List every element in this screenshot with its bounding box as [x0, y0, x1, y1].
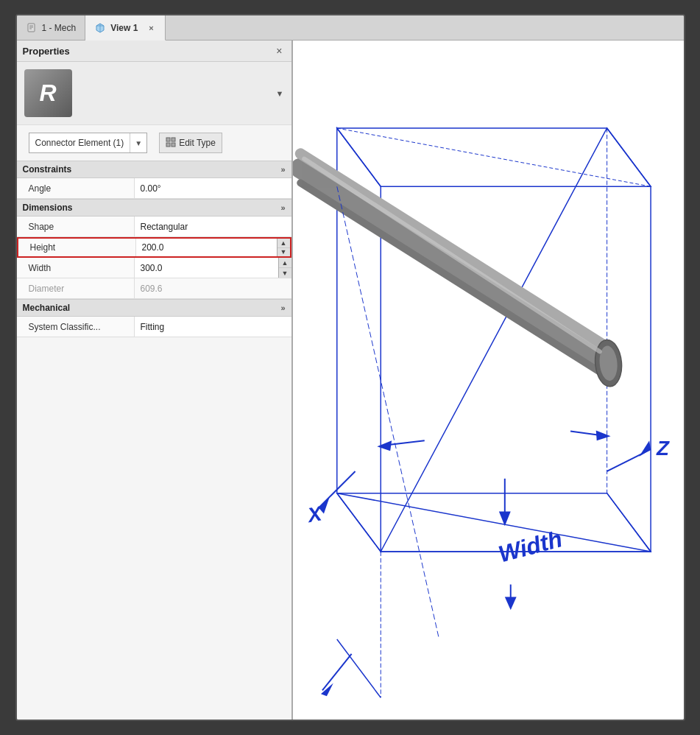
property-system-value: Fitting: [135, 317, 291, 337]
section-mechanical[interactable]: Mechanical »: [17, 299, 291, 317]
svg-line-24: [607, 493, 650, 552]
drawing-svg: X Z Width: [293, 41, 684, 720]
svg-text:Z: Z: [656, 437, 670, 460]
property-width-label: Width: [17, 258, 135, 278]
property-angle-value[interactable]: 0.00°: [135, 178, 291, 198]
property-height-row: Height 200.0 ▲ ▼: [17, 237, 291, 258]
3d-view-icon: [94, 22, 106, 34]
edit-type-icon: [166, 137, 176, 149]
svg-marker-39: [504, 597, 516, 610]
height-increment-btn[interactable]: ▲: [277, 239, 290, 248]
section-mechanical-label: Mechanical: [23, 303, 71, 313]
property-shape-row: Shape Rectangular: [17, 217, 291, 237]
element-selector[interactable]: Connector Element (1) ▼: [29, 133, 148, 153]
tab-mech-label: 1 - Mech: [42, 23, 77, 33]
property-shape-label: Shape: [17, 217, 135, 236]
svg-rect-9: [172, 143, 175, 147]
svg-line-19: [300, 183, 607, 376]
main-content: Properties × R ▼ Connector Element (1) ▼: [17, 41, 684, 720]
width-stepper[interactable]: ▲ ▼: [278, 258, 291, 278]
svg-marker-29: [639, 440, 651, 457]
property-shape-value[interactable]: Rectangular: [135, 217, 291, 236]
svg-line-18: [300, 154, 607, 348]
logo-area: R ▼: [17, 62, 291, 125]
svg-line-42: [322, 654, 351, 691]
section-dimensions[interactable]: Dimensions »: [17, 199, 291, 217]
section-constraints[interactable]: Constraints »: [17, 161, 291, 178]
section-dimensions-collapse: »: [280, 203, 285, 212]
property-width-row: Width 300.0 ▲ ▼: [17, 258, 291, 278]
properties-panel: Properties × R ▼ Connector Element (1) ▼: [17, 41, 293, 720]
svg-marker-12: [381, 128, 651, 552]
svg-rect-8: [166, 143, 170, 147]
property-height-label: Height: [18, 239, 136, 256]
property-system-label: System Classific...: [17, 317, 135, 337]
tab-mech[interactable]: 1 - Mech: [17, 15, 86, 40]
height-decrement-btn[interactable]: ▼: [277, 248, 290, 257]
property-angle-label: Angle: [17, 178, 135, 198]
viewport-content: X Z Width: [293, 41, 684, 720]
document-icon: [26, 22, 38, 34]
svg-line-17: [300, 168, 607, 362]
svg-line-40: [336, 639, 380, 697]
tab-view1[interactable]: View 1 ×: [85, 15, 166, 41]
revit-logo: R: [24, 69, 72, 117]
svg-line-16: [336, 493, 650, 552]
edit-type-button[interactable]: Edit Type: [159, 133, 222, 153]
section-mechanical-collapse: »: [280, 303, 285, 312]
svg-line-22: [304, 159, 600, 352]
property-diameter-value: 609.6: [135, 278, 291, 298]
width-increment-btn[interactable]: ▲: [279, 258, 291, 268]
property-diameter-row: Diameter 609.6: [17, 278, 291, 299]
tab-view1-close[interactable]: ×: [146, 23, 155, 33]
height-stepper[interactable]: ▲ ▼: [277, 239, 290, 256]
panel-header: Properties ×: [17, 41, 291, 62]
tab-bar: 1 - Mech View 1 ×: [17, 15, 684, 41]
section-constraints-label: Constraints: [23, 164, 72, 175]
panel-close-button[interactable]: ×: [273, 45, 285, 57]
section-constraints-collapse: »: [280, 165, 285, 174]
svg-line-15: [336, 128, 650, 186]
property-width-value[interactable]: 300.0: [135, 258, 278, 278]
property-diameter-label: Diameter: [17, 278, 135, 298]
element-selector-text: Connector Element (1): [29, 138, 130, 148]
selector-row: Connector Element (1) ▼ Edit Type: [17, 125, 291, 161]
property-system-row: System Classific... Fitting: [17, 317, 291, 337]
edit-type-label: Edit Type: [179, 138, 216, 148]
app-window: 1 - Mech View 1 × Properties ×: [15, 14, 685, 721]
logo-dropdown-arrow: ▼: [276, 89, 284, 98]
property-angle-row: Angle 0.00°: [17, 178, 291, 199]
svg-marker-34: [377, 440, 392, 451]
property-height-value[interactable]: 200.0: [136, 239, 277, 256]
svg-rect-6: [166, 138, 170, 141]
section-dimensions-label: Dimensions: [23, 203, 73, 213]
width-decrement-btn[interactable]: ▼: [279, 268, 291, 278]
viewport[interactable]: X Z Width: [293, 41, 684, 720]
panel-title: Properties: [23, 46, 70, 57]
svg-text:Width: Width: [495, 525, 565, 567]
svg-marker-36: [595, 430, 610, 440]
tab-view1-label: View 1: [110, 23, 138, 33]
svg-rect-7: [172, 138, 175, 141]
selector-dropdown-arrow[interactable]: ▼: [130, 133, 146, 152]
